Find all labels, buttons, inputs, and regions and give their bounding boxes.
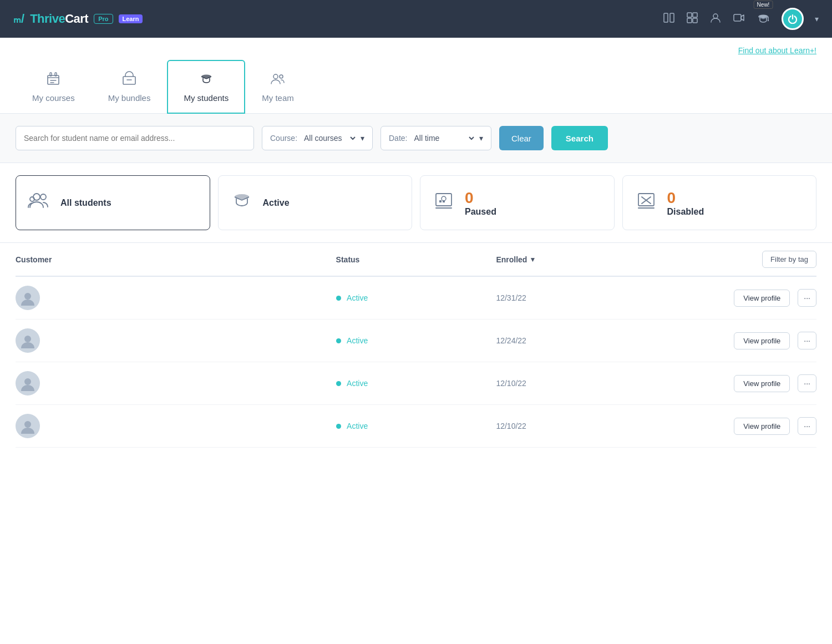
svg-point-29 <box>24 293 31 300</box>
more-options-button[interactable]: ··· <box>798 417 816 435</box>
svg-rect-3 <box>693 13 697 17</box>
bundles-icon <box>121 71 137 90</box>
card-disabled[interactable]: 0 Disabled <box>622 175 817 230</box>
main-content: Find out about Learn+! My courses <box>0 38 832 644</box>
filter-bar: Course: All courses ▾ Date: All time ▾ C… <box>0 114 832 163</box>
row-1-actions: View profile ··· <box>656 289 816 307</box>
svg-rect-14 <box>123 77 135 84</box>
tab-courses-label: My courses <box>32 93 75 103</box>
row-3-avatar <box>16 371 40 395</box>
columns-icon[interactable] <box>663 12 675 27</box>
status-dot <box>336 296 341 301</box>
more-options-button[interactable]: ··· <box>798 332 816 349</box>
tab-my-courses[interactable]: My courses <box>16 60 92 114</box>
tab-students-label: My students <box>184 93 229 103</box>
row-4-customer <box>16 414 336 438</box>
row-3-status: Active <box>336 378 496 388</box>
row-4-enrolled: 12/10/22 <box>496 422 656 430</box>
svg-point-30 <box>24 336 31 342</box>
tab-navigation: My courses My bundles My students <box>0 60 832 114</box>
logo-icon: ₘ/ <box>13 12 24 26</box>
col-enrolled-header: Enrolled ▼ <box>496 255 656 264</box>
table-header: Customer Status Enrolled ▼ Filter by tag <box>16 243 816 277</box>
row-1-enrolled: 12/31/22 <box>496 293 656 302</box>
svg-point-19 <box>40 194 46 200</box>
power-button[interactable] <box>782 8 804 30</box>
tab-my-bundles[interactable]: My bundles <box>92 60 168 114</box>
account-chevron[interactable]: ▾ <box>815 14 819 23</box>
grid-icon[interactable] <box>686 12 698 27</box>
date-filter[interactable]: Date: All time ▾ <box>381 126 491 150</box>
row-3-customer <box>16 371 336 395</box>
logo-area: ₘ/ ThriveCart Pro Learn <box>13 12 143 26</box>
view-profile-button[interactable]: View profile <box>734 375 790 392</box>
card-paused[interactable]: 0 Paused <box>420 175 615 230</box>
tab-my-team[interactable]: My team <box>245 60 311 114</box>
enrolled-sort-icon[interactable]: ▼ <box>529 256 536 263</box>
date-chevron: ▾ <box>479 134 483 143</box>
learn-plus-link[interactable]: Find out about Learn+! <box>738 46 816 55</box>
paused-count: 0 <box>465 189 474 207</box>
disabled-count: 0 <box>667 189 676 207</box>
all-students-label: All students <box>60 198 111 208</box>
svg-point-15 <box>201 75 211 79</box>
status-text: Active <box>347 336 368 345</box>
row-2-status: Active <box>336 336 496 346</box>
table-row: Active 12/10/22 View profile ··· <box>16 362 816 405</box>
more-options-button[interactable]: ··· <box>798 289 816 307</box>
row-4-actions: View profile ··· <box>656 417 816 435</box>
row-2-avatar <box>16 328 40 353</box>
learn-icon[interactable]: New! <box>756 11 770 28</box>
svg-point-10 <box>768 19 769 21</box>
active-label: Active <box>263 198 290 208</box>
status-dot <box>336 424 341 429</box>
status-dot <box>336 338 341 343</box>
row-3-actions: View profile ··· <box>656 374 816 392</box>
row-1-customer <box>16 286 336 310</box>
paused-icon <box>432 188 456 217</box>
search-button[interactable]: Search <box>551 126 608 150</box>
top-navigation: ₘ/ ThriveCart Pro Learn <box>0 0 832 38</box>
view-profile-button[interactable]: View profile <box>734 290 790 307</box>
students-table: Customer Status Enrolled ▼ Filter by tag <box>0 243 832 448</box>
svg-rect-4 <box>687 18 692 23</box>
date-label: Date: <box>389 134 407 143</box>
logo-text: ThriveCart <box>30 12 88 26</box>
learn-plus-banner: Find out about Learn+! <box>0 38 832 55</box>
tab-team-label: My team <box>262 93 294 103</box>
learn-badge: Learn <box>119 14 143 23</box>
pro-badge: Pro <box>94 14 113 24</box>
search-input[interactable] <box>16 126 254 150</box>
row-2-enrolled: 12/24/22 <box>496 336 656 345</box>
view-profile-button[interactable]: View profile <box>734 418 790 435</box>
row-4-avatar <box>16 414 40 438</box>
date-select[interactable]: All time <box>412 133 476 143</box>
status-cards: All students Active <box>0 163 832 243</box>
view-profile-button[interactable]: View profile <box>734 332 790 349</box>
card-active[interactable]: Active <box>218 175 413 230</box>
col-status-header: Status <box>336 255 496 264</box>
row-3-enrolled: 12/10/22 <box>496 379 656 388</box>
card-all-students[interactable]: All students <box>16 175 210 230</box>
tab-my-students[interactable]: My students <box>167 60 245 114</box>
new-badge: New! <box>754 1 773 9</box>
courses-icon <box>45 71 61 90</box>
svg-rect-5 <box>693 18 697 23</box>
user-icon[interactable] <box>709 12 722 27</box>
students-icon <box>199 71 214 90</box>
video-icon[interactable] <box>733 12 745 27</box>
filter-by-tag-button[interactable]: Filter by tag <box>762 251 816 268</box>
clear-button[interactable]: Clear <box>499 126 544 150</box>
course-filter[interactable]: Course: All courses ▾ <box>262 126 373 150</box>
svg-rect-1 <box>670 13 674 22</box>
course-select[interactable]: All courses <box>302 133 357 143</box>
table-row: Active 12/24/22 View profile ··· <box>16 320 816 362</box>
svg-point-6 <box>713 14 718 18</box>
svg-rect-0 <box>664 13 668 22</box>
status-text: Active <box>347 293 368 302</box>
paused-label: Paused <box>465 207 496 217</box>
row-1-avatar <box>16 286 40 310</box>
more-options-button[interactable]: ··· <box>798 374 816 392</box>
svg-rect-23 <box>439 200 442 202</box>
status-text: Active <box>347 422 368 430</box>
